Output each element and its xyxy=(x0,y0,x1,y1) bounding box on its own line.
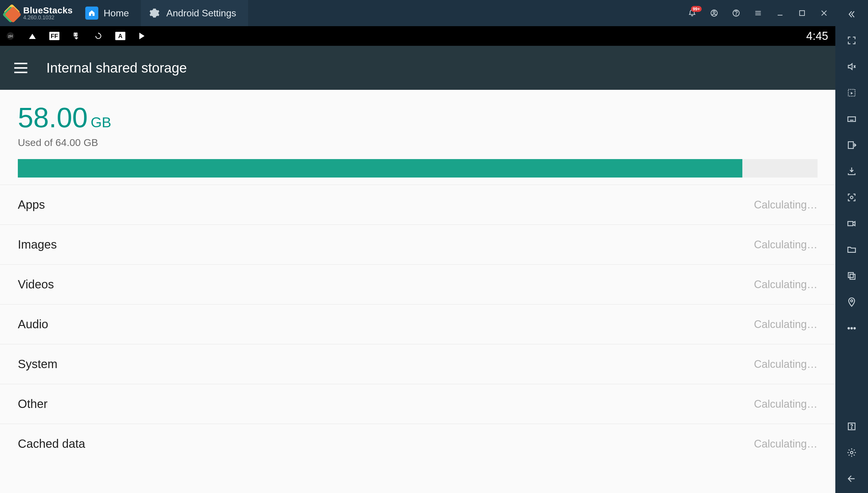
tab-android-settings[interactable]: Android Settings xyxy=(141,0,248,26)
svg-rect-23 xyxy=(848,221,853,226)
home-icon xyxy=(85,6,98,20)
location-button[interactable] xyxy=(846,296,858,308)
settings-button[interactable] xyxy=(846,447,858,458)
app-name: BlueStacks xyxy=(23,6,73,15)
status-icon: FF xyxy=(49,32,60,40)
side-toolbar xyxy=(835,0,868,493)
titlebar: BlueStacks 4.260.0.1032 Home Android Set… xyxy=(0,0,835,26)
storage-category-row[interactable]: Cached dataCalculating… xyxy=(0,424,835,464)
android-status-bar: zH FF A 4:45 xyxy=(0,26,835,46)
media-folder-button[interactable] xyxy=(846,244,858,256)
category-value: Calculating… xyxy=(754,438,818,450)
svg-rect-21 xyxy=(848,142,853,149)
tab-label: Home xyxy=(104,8,129,19)
category-value: Calculating… xyxy=(754,238,818,251)
keymap-button[interactable] xyxy=(846,87,858,99)
back-button[interactable] xyxy=(846,473,858,485)
collapse-sidebar-button[interactable] xyxy=(846,8,858,20)
svg-text:zH: zH xyxy=(8,34,13,38)
volume-mute-button[interactable] xyxy=(846,61,858,72)
category-value: Calculating… xyxy=(754,358,818,370)
multi-instance-button[interactable] xyxy=(846,270,858,282)
svg-rect-24 xyxy=(848,273,853,278)
notification-badge: 99+ xyxy=(691,6,702,12)
status-icon xyxy=(71,31,82,41)
svg-point-29 xyxy=(854,327,855,329)
storage-category-row[interactable]: ImagesCalculating… xyxy=(0,225,835,264)
app-version: 4.260.0.1032 xyxy=(23,15,73,21)
bluestacks-logo-icon xyxy=(4,6,19,21)
category-label: Images xyxy=(18,238,57,251)
hamburger-menu-button[interactable] xyxy=(14,63,27,73)
record-button[interactable] xyxy=(846,218,858,230)
storage-category-row[interactable]: SystemCalculating… xyxy=(0,344,835,384)
maximize-button[interactable] xyxy=(796,7,808,19)
storage-total-line: Used of 64.00 GB xyxy=(18,137,818,148)
category-value: Calculating… xyxy=(754,318,818,331)
play-store-icon xyxy=(137,31,147,41)
gear-icon xyxy=(148,6,161,20)
more-button[interactable] xyxy=(846,322,858,334)
category-label: System xyxy=(18,358,57,371)
category-label: Other xyxy=(18,397,48,411)
svg-point-1 xyxy=(713,11,715,13)
svg-point-27 xyxy=(848,327,850,329)
category-value: Calculating… xyxy=(754,398,818,410)
window-controls: 99+ xyxy=(686,0,835,26)
storage-bar xyxy=(18,159,818,177)
category-value: Calculating… xyxy=(754,278,818,291)
storage-category-row[interactable]: OtherCalculating… xyxy=(0,384,835,424)
status-icon xyxy=(27,31,38,41)
storage-summary: 58.00 GB Used of 64.00 GB xyxy=(0,90,835,185)
storage-used-unit: GB xyxy=(91,114,111,131)
category-label: Audio xyxy=(18,318,48,331)
category-label: Videos xyxy=(18,278,54,291)
svg-point-31 xyxy=(851,428,852,428)
category-value: Calculating… xyxy=(754,199,818,211)
menu-button[interactable] xyxy=(752,7,764,19)
storage-used-value: 58.00 xyxy=(18,102,88,134)
storage-category-row[interactable]: AudioCalculating… xyxy=(0,304,835,344)
svg-point-3 xyxy=(736,15,736,15)
content-area: 58.00 GB Used of 64.00 GB AppsCalculatin… xyxy=(0,90,835,493)
category-label: Apps xyxy=(18,198,45,211)
fullscreen-button[interactable] xyxy=(846,35,858,46)
page-title: Internal shared storage xyxy=(46,60,187,76)
appbar: Internal shared storage xyxy=(0,46,835,90)
app-logo-block: BlueStacks 4.260.0.1032 xyxy=(0,0,78,26)
svg-point-26 xyxy=(850,300,852,302)
account-button[interactable] xyxy=(708,7,720,19)
storage-category-row[interactable]: AppsCalculating… xyxy=(0,185,835,224)
svg-rect-14 xyxy=(848,117,855,122)
svg-point-32 xyxy=(850,451,853,454)
install-apk-button[interactable] xyxy=(846,139,858,151)
keyboard-button[interactable] xyxy=(846,113,858,125)
tab-label: Android Settings xyxy=(166,8,236,19)
apk-button[interactable] xyxy=(846,165,858,177)
category-label: Cached data xyxy=(18,437,85,450)
svg-point-28 xyxy=(851,327,852,329)
help-side-button[interactable] xyxy=(846,421,858,432)
minimize-button[interactable] xyxy=(774,7,786,19)
screenshot-button[interactable] xyxy=(846,192,858,203)
svg-rect-8 xyxy=(800,11,804,16)
status-icon xyxy=(93,31,104,41)
help-button[interactable] xyxy=(730,7,742,19)
svg-rect-25 xyxy=(850,274,855,279)
notifications-button[interactable]: 99+ xyxy=(686,7,698,19)
storage-bar-fill xyxy=(18,159,743,177)
svg-point-22 xyxy=(850,196,853,199)
status-icon: zH xyxy=(5,31,16,41)
status-icon: A xyxy=(115,32,125,40)
storage-category-row[interactable]: VideosCalculating… xyxy=(0,265,835,304)
tab-home[interactable]: Home xyxy=(78,0,141,26)
status-clock: 4:45 xyxy=(806,30,828,43)
storage-used: 58.00 GB xyxy=(18,102,818,134)
close-button[interactable] xyxy=(818,7,830,19)
